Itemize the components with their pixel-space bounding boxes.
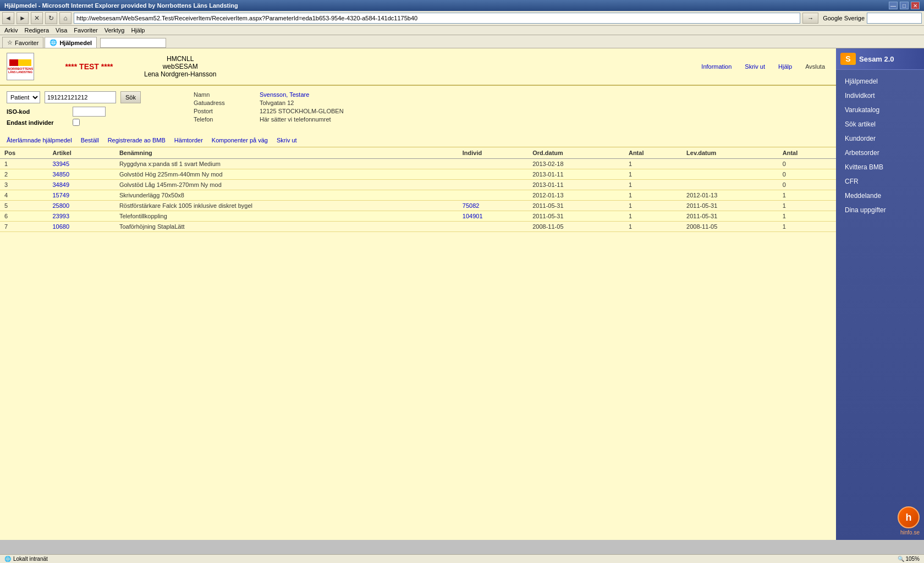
table-cell: 2011-05-31 xyxy=(682,211,778,222)
hjalp-link[interactable]: Hjälp xyxy=(778,63,792,70)
table-cell: 33945 xyxy=(48,159,114,169)
menu-arkiv[interactable]: Arkiv xyxy=(4,27,18,34)
artikel-link[interactable]: 34849 xyxy=(52,181,69,188)
table-cell: 1 xyxy=(624,169,682,180)
search-button[interactable]: Sök xyxy=(120,91,141,103)
sidebar-item[interactable]: Kundorder xyxy=(836,131,924,146)
minimize-btn[interactable]: — xyxy=(889,2,898,9)
address-label: Gatuadress xyxy=(194,100,260,106)
menu-redigera[interactable]: Redigera xyxy=(24,27,49,34)
sidebar-item[interactable]: Arbetsorder xyxy=(836,146,924,160)
nav-hamtorder[interactable]: Hämtorder xyxy=(174,137,203,143)
search-value-input[interactable] xyxy=(45,91,116,103)
iso-row: ISO-kod xyxy=(7,107,172,117)
table-cell xyxy=(458,190,528,201)
restore-btn[interactable]: □ xyxy=(900,2,909,9)
artikel-link[interactable]: 10680 xyxy=(52,223,69,230)
google-search-input[interactable] xyxy=(867,13,922,24)
sidebar: S Sesam 2.0 HjälpmedelIndividkortVarukat… xyxy=(836,48,924,540)
table-cell: 75082 xyxy=(458,201,528,211)
title-controls[interactable]: — □ ✕ xyxy=(889,2,920,9)
individ-link[interactable]: 75082 xyxy=(463,202,480,209)
nav-komponenter[interactable]: Komponenter på väg xyxy=(212,137,268,143)
refresh-btn[interactable]: ↻ xyxy=(45,12,57,24)
back-btn[interactable]: ◄ xyxy=(2,12,14,24)
search-section: Patient Individ Artikel Sök ISO-kod Enda… xyxy=(7,91,172,128)
only-individuals-checkbox[interactable] xyxy=(73,119,80,126)
search-row: Patient Individ Artikel Sök xyxy=(7,91,172,103)
table-cell: 1 xyxy=(624,211,682,222)
browser-title: Hjälpmedel - Microsoft Internet Explorer… xyxy=(4,2,238,9)
table-cell: Toaförhöjning StaplaLätt xyxy=(115,222,458,232)
nav-registrerade[interactable]: Registrerade ao BMB xyxy=(108,137,166,143)
artikel-link[interactable]: 25800 xyxy=(52,202,69,209)
table-row: 623993Telefontillkoppling1049012011-05-3… xyxy=(0,211,836,222)
address-bar[interactable] xyxy=(74,13,800,24)
sidebar-item[interactable]: Individkort xyxy=(836,89,924,103)
nav-aterlamnande[interactable]: Återlämnade hjälpmedel xyxy=(7,137,72,143)
table-cell: 1 xyxy=(778,211,836,222)
tab-search-input[interactable] xyxy=(100,38,166,48)
individ-link[interactable]: 104901 xyxy=(463,213,483,219)
table-cell: 3 xyxy=(0,180,48,190)
telefon-label: Telefon xyxy=(194,116,260,123)
table-cell: 1 xyxy=(624,201,682,211)
patient-name-link[interactable]: Svensson, Testare xyxy=(260,91,309,98)
close-btn[interactable]: ✕ xyxy=(911,2,920,9)
table-cell: Skrivunderlägg 70x50x8 xyxy=(115,190,458,201)
artikel-link[interactable]: 23993 xyxy=(52,213,69,219)
skriv-ut-link[interactable]: Skriv ut xyxy=(745,63,765,70)
table-cell: 6 xyxy=(0,211,48,222)
table-cell: 2008-11-05 xyxy=(682,222,778,232)
table-row: 525800Röstförstärkare Falck 1005 inklusi… xyxy=(0,201,836,211)
table-row: 133945Ryggdyna x:panda stl 1 svart Mediu… xyxy=(0,159,836,169)
sidebar-item[interactable]: Kvittera BMB xyxy=(836,160,924,174)
name-label: Namn xyxy=(194,91,260,98)
browser-tab-bar: ☆ Favoriter 🌐 Hjälpmedel xyxy=(0,35,924,48)
artikel-link[interactable]: 34850 xyxy=(52,171,69,178)
table-cell: 4 xyxy=(0,190,48,201)
menu-hjalp[interactable]: Hjälp xyxy=(131,27,145,34)
browser-menu-bar: Arkiv Redigera Visa Favoriter Verktyg Hj… xyxy=(0,26,924,35)
browser-content: NORRBOTTENS LÄNS LANDSTING **** TEST ***… xyxy=(0,48,924,540)
artikel-link[interactable]: 15749 xyxy=(52,192,69,198)
favorites-tab[interactable]: ☆ Favoriter xyxy=(2,37,43,48)
sidebar-item[interactable]: Dina uppgifter xyxy=(836,203,924,217)
table-cell: 2013-02-18 xyxy=(528,159,624,169)
table-body: 133945Ryggdyna x:panda stl 1 svart Mediu… xyxy=(0,159,836,232)
nav-bestall[interactable]: Beställ xyxy=(81,137,99,143)
stop-btn[interactable]: ✕ xyxy=(31,12,43,24)
avsluta-link[interactable]: Avsluta xyxy=(805,63,825,70)
tab-label: Hjälpmedel xyxy=(59,40,92,46)
browser-title-bar: Hjälpmedel - Microsoft Internet Explorer… xyxy=(0,0,924,11)
logo-flag xyxy=(9,59,31,66)
home-btn[interactable]: ⌂ xyxy=(59,12,72,24)
table-cell: Golvstöd Hög 225mm-440mm Ny mod xyxy=(115,169,458,180)
forward-btn[interactable]: ► xyxy=(16,12,29,24)
menu-visa[interactable]: Visa xyxy=(56,27,67,34)
table-cell: Telefontillkoppling xyxy=(115,211,458,222)
sidebar-item[interactable]: CFR xyxy=(836,174,924,189)
iso-input[interactable] xyxy=(73,107,106,117)
go-btn[interactable]: → xyxy=(802,13,818,24)
table-cell xyxy=(682,159,778,169)
menu-favoriter[interactable]: Favoriter xyxy=(74,27,97,34)
table-cell: 1 xyxy=(624,222,682,232)
table-cell: 0 xyxy=(778,180,836,190)
nav-skriv-ut[interactable]: Skriv ut xyxy=(277,137,297,143)
sidebar-item[interactable]: Varukatalog xyxy=(836,103,924,117)
information-link[interactable]: Information xyxy=(701,63,732,70)
menu-verktyg[interactable]: Verktyg xyxy=(105,27,125,34)
table-cell: 2013-01-11 xyxy=(528,180,624,190)
table-cell xyxy=(458,169,528,180)
page-tab[interactable]: 🌐 Hjälpmedel xyxy=(45,37,97,48)
sidebar-item[interactable]: Meddelande xyxy=(836,189,924,203)
test-banner-area: **** TEST **** xyxy=(34,62,144,71)
sidebar-item[interactable]: Hjälpmedel xyxy=(836,74,924,89)
search-type-select[interactable]: Patient Individ Artikel xyxy=(7,91,40,103)
artikel-link[interactable]: 33945 xyxy=(52,161,69,167)
table-cell: Ryggdyna x:panda stl 1 svart Medium xyxy=(115,159,458,169)
sidebar-item[interactable]: Sök artikel xyxy=(836,117,924,131)
postort-value: 12125 STOCKHOLM-GLOBEN xyxy=(260,108,829,114)
col-ord-datum: Ord.datum xyxy=(528,147,624,159)
